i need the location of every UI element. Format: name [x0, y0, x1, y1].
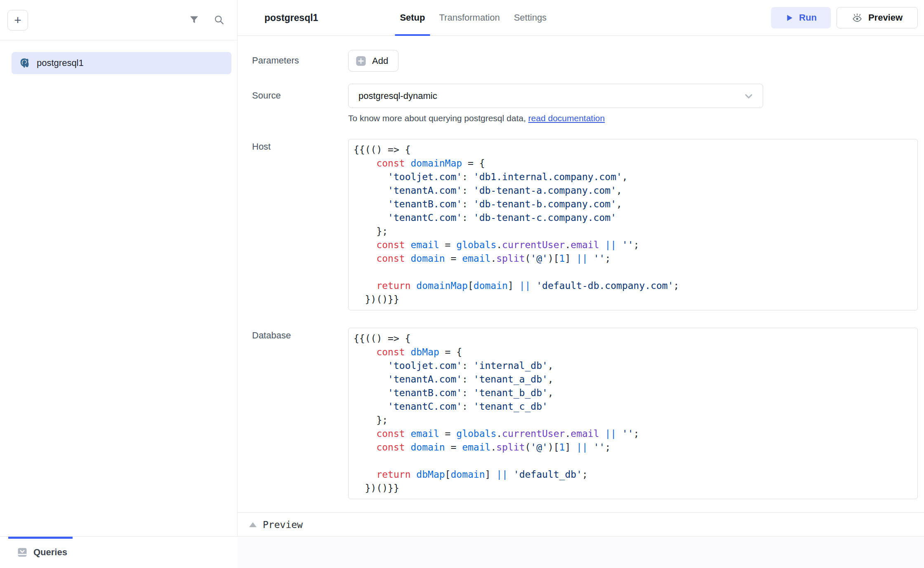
tab-setup[interactable]: Setup [395, 0, 430, 35]
main-row: + postgre [0, 0, 924, 536]
database-code-editor[interactable]: {{(() => { const dbMap = { 'tooljet.com'… [348, 328, 918, 499]
add-query-button[interactable]: + [7, 10, 28, 31]
query-item-label: postgresql1 [37, 58, 84, 68]
plus-square-icon [355, 55, 367, 67]
queries-panel-tab[interactable]: Queries [0, 537, 238, 568]
preview-button[interactable]: Preview [837, 7, 918, 28]
chevron-down-icon [743, 90, 754, 102]
preview-collapse-label: Preview [263, 519, 303, 530]
collapse-triangle-icon [249, 522, 257, 527]
query-list-item-postgresql1[interactable]: postgresql1 [12, 52, 231, 74]
preview-collapse-bar[interactable]: Preview [238, 512, 924, 536]
queries-tab-label: Queries [33, 547, 67, 558]
source-select[interactable]: postgresql-dynamic [348, 84, 763, 108]
sidebar-toolbar: + [0, 0, 237, 40]
queries-icon [16, 547, 28, 558]
source-row: Source postgresql-dynamic To know more a… [252, 84, 918, 123]
sidebar-toolbar-icons [189, 14, 225, 26]
filter-queries-button[interactable] [189, 14, 200, 26]
search-icon [214, 14, 225, 26]
add-parameter-label: Add [372, 56, 388, 66]
bottom-panel-bar: Queries [0, 536, 924, 568]
query-editor-panel: postgresql1 Setup Transformation Setting… [238, 0, 924, 536]
search-queries-button[interactable] [214, 14, 225, 26]
header-actions: Run Preview [771, 7, 918, 28]
footer-spacer [238, 537, 924, 568]
preview-button-label: Preview [868, 12, 903, 23]
parameters-row: Parameters Add [252, 50, 918, 72]
plus-icon: + [14, 14, 21, 26]
parameters-label: Parameters [252, 50, 348, 72]
source-select-value: postgresql-dynamic [358, 91, 437, 101]
postgresql-icon [19, 58, 30, 69]
tab-transformation[interactable]: Transformation [434, 0, 505, 35]
query-header: postgresql1 Setup Transformation Setting… [238, 0, 924, 36]
query-title: postgresql1 [264, 12, 318, 23]
tooljet-query-editor: + postgre [0, 0, 924, 568]
database-label: Database [252, 328, 348, 499]
setup-form: Parameters Add Source postgresql-dynamic [238, 36, 924, 512]
source-label: Source [252, 84, 348, 123]
queries-sidebar: + postgre [0, 0, 238, 536]
host-code-editor[interactable]: {{(() => { const domainMap = { 'tooljet.… [348, 139, 918, 310]
play-icon [785, 14, 794, 22]
tab-settings[interactable]: Settings [509, 0, 552, 35]
query-tabs: Setup Transformation Settings [395, 0, 552, 35]
query-list: postgresql1 [0, 40, 237, 536]
database-row: Database {{(() => { const dbMap = { 'too… [252, 328, 918, 499]
read-documentation-link[interactable]: read documentation [528, 113, 605, 123]
host-label: Host [252, 139, 348, 310]
host-row: Host {{(() => { const domainMap = { 'too… [252, 139, 918, 310]
run-button-label: Run [799, 12, 817, 23]
filter-icon [189, 14, 200, 26]
eye-icon [852, 12, 863, 23]
run-button[interactable]: Run [771, 7, 831, 28]
add-parameter-button[interactable]: Add [348, 50, 398, 72]
source-helper-text: To know more about querying postgresql d… [348, 113, 918, 123]
